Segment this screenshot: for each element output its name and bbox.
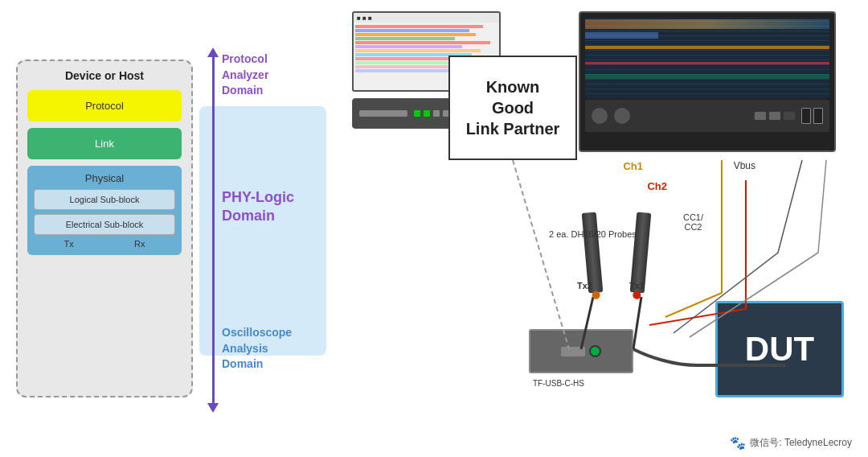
diagram-area: ■ ■ ■: [352, 11, 852, 446]
layer-physical-group: Physical Logical Sub-block Electrical Su…: [27, 166, 182, 255]
probes-annotation: 2 ea. DH16/20 Probes: [549, 228, 637, 241]
layer-link: Link: [27, 128, 182, 159]
tx1-text: Tx1: [629, 281, 645, 290]
cc-text: CC1/CC2: [683, 212, 703, 232]
vbus-label: Vbus: [734, 160, 755, 171]
osc-knob1: [592, 108, 608, 124]
protocol-analyzer-domain: ProtocolAnalyzerDomain: [222, 51, 268, 99]
arrow-shaft: [212, 57, 215, 403]
fixture-connector: [561, 347, 585, 356]
oscilloscope-screen: [585, 18, 829, 98]
link-label: Link: [95, 138, 114, 150]
ch2-text: Ch2: [647, 180, 667, 192]
osc-band2: [585, 32, 658, 39]
tx-label: Tx: [64, 239, 74, 249]
osc-grid: [585, 18, 829, 98]
probe-tip-tx2: [592, 290, 600, 299]
protocol-domain-label: ProtocolAnalyzerDomain: [222, 51, 268, 99]
tx2-text: Tx2: [577, 281, 592, 290]
arrow-head-bottom: [207, 403, 219, 413]
fixture-led: [589, 345, 601, 357]
osc-trace2: [585, 62, 829, 64]
arrow-head-top: [207, 47, 219, 57]
sfp-ports: [801, 108, 823, 124]
fixture-body: [530, 331, 632, 372]
svg-line-2: [633, 297, 641, 349]
kglp-box: KnownGoodLink Partner: [448, 56, 577, 160]
oscilloscope-domain-label: OscilloscopeAnalysisDomain: [222, 325, 292, 373]
screenshot-titlebar: ■ ■ ■: [354, 13, 499, 23]
cc-label: CC1/CC2: [683, 212, 703, 232]
tx1-label: Tx1: [629, 281, 645, 290]
physical-title: Physical: [34, 172, 175, 184]
osc-band3: [585, 74, 829, 79]
main-arrow: [207, 47, 219, 413]
dut-text: DUT: [745, 330, 814, 368]
dut-box: DUT: [715, 301, 844, 397]
ch2-label: Ch2: [647, 180, 667, 192]
rx-label: Rx: [134, 239, 145, 249]
ch1-text: Ch1: [623, 160, 643, 172]
phy-logic-domain: PHY-LogicDomain: [222, 188, 294, 226]
main-container: Device or Host Protocol Link Physical Lo…: [0, 0, 868, 457]
osc-knob2: [614, 108, 630, 124]
tx-rx-row: Tx Rx: [34, 239, 175, 249]
device-host-title: Device or Host: [27, 69, 182, 82]
electrical-sub-block: Electrical Sub-block: [34, 214, 175, 235]
oscilloscope-device: [579, 11, 836, 152]
watermark-text: 微信号: TeledyneLecroy: [750, 436, 852, 450]
osc-buttons: [637, 112, 795, 120]
layer-protocol: Protocol: [27, 90, 182, 121]
ch1-label: Ch1: [623, 160, 643, 172]
watermark-icon: 🐾: [730, 435, 746, 451]
domains-column: ProtocolAnalyzerDomain PHY-LogicDomain O…: [199, 35, 348, 422]
osc-band1: [585, 19, 829, 29]
oscilloscope-domain: OscilloscopeAnalysisDomain: [222, 325, 292, 373]
osc-controls: [585, 100, 829, 132]
phy-logic-label: PHY-LogicDomain: [222, 188, 294, 226]
vbus-text: Vbus: [734, 160, 755, 171]
fixture-text: TF-USB-C-HS: [533, 379, 584, 388]
watermark: 🐾 微信号: TeledyneLecroy: [730, 435, 852, 451]
fixture-box: [529, 329, 633, 373]
kglp-text: KnownGoodLink Partner: [466, 76, 560, 139]
probes-text: 2 ea. DH16/20 Probes: [549, 229, 637, 239]
tx2-label: Tx2: [577, 281, 592, 290]
svg-line-0: [513, 160, 569, 349]
device-host-box: Device or Host Protocol Link Physical Lo…: [16, 60, 193, 397]
protocol-label: Protocol: [85, 100, 124, 112]
osc-trace1: [585, 46, 829, 49]
probe-tip-tx1: [633, 290, 641, 299]
logical-sub-block: Logical Sub-block: [34, 189, 175, 210]
fixture-label: TF-USB-C-HS: [533, 379, 584, 388]
